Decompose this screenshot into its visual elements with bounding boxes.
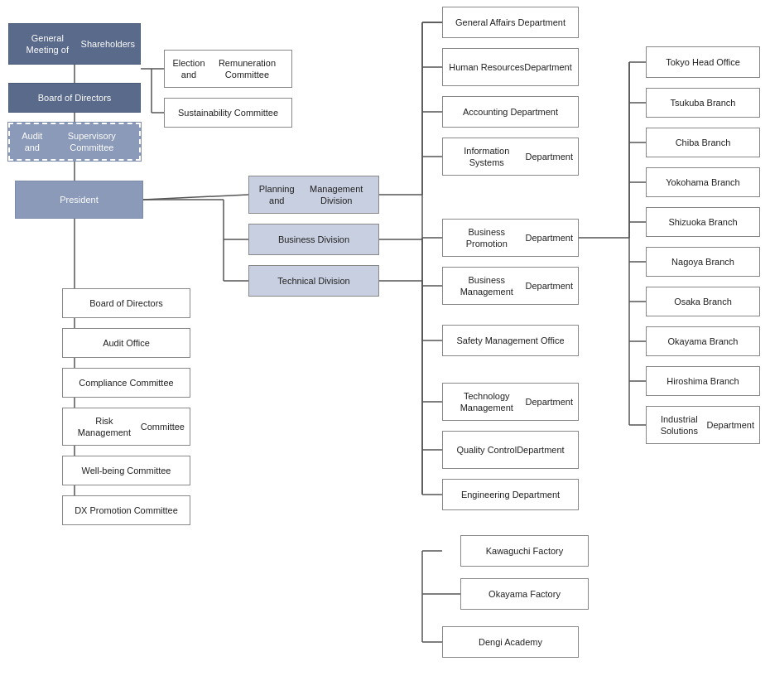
engineering-box: Engineering Department [442,479,579,510]
accounting-box: Accounting Department [442,96,579,128]
risk-mgmt-box: Risk ManagementCommittee [62,408,190,446]
general-meeting-box: General Meeting ofShareholders [8,23,141,65]
compliance-box: Compliance Committee [62,368,190,398]
osaka-box: Osaka Branch [646,287,760,316]
wellbeing-box: Well-being Committee [62,456,190,485]
tokyo-head-box: Tokyo Head Office [646,46,760,78]
planning-mgmt-box: Planning andManagement Division [248,176,379,214]
chiba-box: Chiba Branch [646,128,760,157]
board-directors2-box: Board of Directors [62,288,190,318]
tech-mgmt-box: Technology ManagementDepartment [442,383,579,421]
president-box: President [15,181,143,219]
hiroshima-box: Hiroshima Branch [646,366,760,396]
board-directors-top-box: Board of Directors [8,83,141,113]
yokohama-box: Yokohama Branch [646,167,760,197]
kawaguchi-box: Kawaguchi Factory [460,535,589,567]
audit-supervisory-box: Audit andSupervisory Committee [8,123,141,161]
svg-line-6 [143,195,248,200]
okayama-factory-box: Okayama Factory [460,578,589,610]
technical-div-box: Technical Division [248,265,379,297]
biz-promotion-box: Business PromotionDepartment [442,219,579,257]
election-remuneration-box: Election andRemuneration Committee [164,50,292,88]
quality-ctrl-box: Quality ControlDepartment [442,431,579,469]
business-div-box: Business Division [248,224,379,255]
info-systems-box: Information SystemsDepartment [442,138,579,176]
biz-mgmt-box: Business ManagementDepartment [442,267,579,305]
dx-promotion-box: DX Promotion Committee [62,495,190,525]
industrial-box: Industrial SolutionsDepartment [646,406,760,444]
org-chart: General Meeting ofShareholdersBoard of D… [0,0,770,700]
audit-office-box: Audit Office [62,328,190,358]
tsukuba-box: Tsukuba Branch [646,88,760,118]
general-affairs-box: General Affairs Department [442,7,579,38]
safety-mgmt-box: Safety Management Office [442,325,579,356]
nagoya-box: Nagoya Branch [646,247,760,277]
sustainability-box: Sustainability Committee [164,98,292,128]
hr-dept-box: Human ResourcesDepartment [442,48,579,86]
dengi-academy-box: Dengi Academy [442,626,579,658]
okayama-branch-box: Okayama Branch [646,326,760,356]
shizuoka-box: Shizuoka Branch [646,207,760,237]
